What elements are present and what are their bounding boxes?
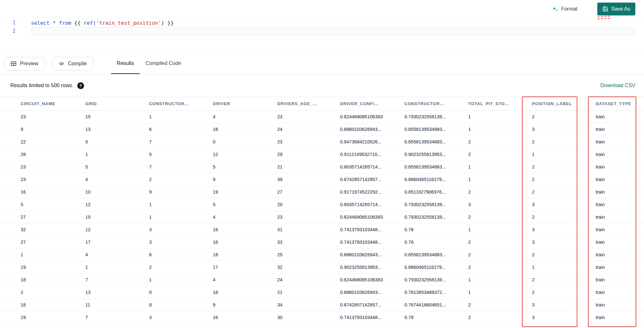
table-cell: 0.9473684210526... xyxy=(337,136,401,148)
table-row: 197316300.7413793103448...0.7823train xyxy=(0,311,644,324)
table-cell: 2 xyxy=(0,286,82,299)
table-cell: 2 xyxy=(529,173,592,186)
table-cell: 11 xyxy=(82,299,146,311)
results-table-body: 231514230.8244680851063830.7930232558139… xyxy=(0,111,644,324)
table-cell: 18 xyxy=(210,249,274,261)
table-cell: 2 xyxy=(529,286,592,299)
table-cell: 1 xyxy=(146,111,210,123)
sparkles-icon xyxy=(552,6,558,12)
column-header: CONSTRUCTOR... xyxy=(401,97,465,111)
table-cell: train xyxy=(592,311,644,324)
table-cell: 16 xyxy=(210,311,274,324)
table-cell: 2 xyxy=(465,148,529,161)
table-cell: 2 xyxy=(146,173,210,186)
code-line-1: 1 select * from {{ ref('train_test_posit… xyxy=(0,19,644,27)
code-token: select xyxy=(31,20,50,26)
table-cell: 1 xyxy=(465,123,529,136)
table-cell: 2 xyxy=(529,136,592,148)
table-cell: 0.8511627906976... xyxy=(401,186,465,198)
table-row: 23429390.8742857142857...0.8860465116279… xyxy=(0,173,644,186)
table-row: 191217320.9023255813953...0.886046511627… xyxy=(0,261,644,274)
table-cell: 2 xyxy=(465,311,529,324)
table-cell: train xyxy=(592,173,644,186)
table-cell: 18 xyxy=(0,299,82,311)
preview-label: Preview xyxy=(20,61,38,67)
table-cell: 0.8860103626943... xyxy=(337,123,401,136)
table-cell: 2 xyxy=(529,249,592,261)
code-token: ) }} xyxy=(161,20,174,26)
table-cell: 23 xyxy=(274,111,337,123)
table-cell: 7 xyxy=(82,311,146,324)
table-cell: 0.7413793103448... xyxy=(337,223,401,236)
table-cell: 0.8035714285714... xyxy=(337,198,401,211)
table-cell: 16 xyxy=(210,223,274,236)
table-cell: 5 xyxy=(210,161,274,173)
table-cell: 0.7813953488372... xyxy=(401,286,465,299)
table-icon xyxy=(10,60,17,67)
editor-empty-line-field[interactable] xyxy=(31,27,635,35)
table-cell: 1 xyxy=(0,249,82,261)
table-cell: 1 xyxy=(146,211,210,223)
app-root: Format Save As 1 select * from {{ ref('t… xyxy=(0,0,644,328)
table-cell: 9 xyxy=(0,123,82,136)
table-cell: 3 xyxy=(146,236,210,249)
table-cell: 2 xyxy=(529,274,592,286)
tab-compiled-code[interactable]: Compiled Code xyxy=(140,53,187,74)
table-cell: train xyxy=(592,148,644,161)
table-cell: train xyxy=(592,236,644,249)
table-row: 51215200.8035714285714...0.7930232558139… xyxy=(0,198,644,211)
table-cell: 0.7930232558139... xyxy=(401,111,465,123)
table-cell: 2 xyxy=(529,186,592,198)
format-label: Format xyxy=(561,6,578,12)
table-cell: 19 xyxy=(210,186,274,198)
table-cell: train xyxy=(592,274,644,286)
table-cell: train xyxy=(592,111,644,123)
table-cell: 12 xyxy=(210,148,274,161)
table-cell: 0.78 xyxy=(401,311,465,324)
table-row: 181189340.8742857142857...0.767441860465… xyxy=(0,299,644,311)
line-number-1: 1 xyxy=(0,20,15,26)
table-cell: 0.8558139534883... xyxy=(401,161,465,173)
table-row: 14618250.8860103626943...0.8558139534883… xyxy=(0,249,644,261)
table-cell: 16 xyxy=(210,236,274,249)
table-cell: 0.8860103626943... xyxy=(337,249,401,261)
format-button[interactable]: Format xyxy=(550,5,580,13)
compile-label: Compile xyxy=(68,61,87,67)
table-cell: 21 xyxy=(274,161,337,173)
table-cell: 2 xyxy=(465,136,529,148)
line-number-2: 2 xyxy=(0,28,15,34)
table-cell: 0.8860465116279... xyxy=(401,173,465,186)
table-row: 3212316310.7413793103448...0.7813train xyxy=(0,223,644,236)
compile-button[interactable]: Compile xyxy=(52,57,93,70)
table-row: 1610919270.9171974522292...0.85116279069… xyxy=(0,186,644,198)
table-cell: 27 xyxy=(0,236,82,249)
table-cell: 4 xyxy=(82,173,146,186)
table-cell: train xyxy=(592,123,644,136)
table-cell: 3 xyxy=(465,198,529,211)
table-cell: 17 xyxy=(210,261,274,274)
table-cell: 27 xyxy=(274,186,337,198)
tab-results[interactable]: Results xyxy=(111,53,140,74)
table-cell: 34 xyxy=(274,299,337,311)
table-cell: 2 xyxy=(529,211,592,223)
table-cell: 2 xyxy=(529,111,592,123)
preview-button[interactable]: Preview xyxy=(4,57,44,70)
table-cell: 1 xyxy=(146,198,210,211)
table-header-row: CIRCUIT_NAMEGRIDCONSTRUCTOR...DRIVERDRIV… xyxy=(0,97,644,111)
sql-editor[interactable]: 1 select * from {{ ref('train_test_posit… xyxy=(0,18,644,53)
table-cell: 15 xyxy=(82,111,146,123)
table-cell: 0.8742857142857... xyxy=(337,299,401,311)
help-icon[interactable]: ? xyxy=(77,82,84,89)
table-cell: 33 xyxy=(274,236,337,249)
table-cell: 17 xyxy=(82,236,146,249)
download-csv-link[interactable]: Download CSV xyxy=(601,83,636,88)
table-cell: 4 xyxy=(210,274,274,286)
column-header: CONSTRUCTOR... xyxy=(146,97,210,111)
code-token xyxy=(56,20,59,26)
table-cell: 2 xyxy=(529,161,592,173)
save-as-button[interactable]: Save As xyxy=(597,3,635,15)
results-table: CIRCUIT_NAMEGRIDCONSTRUCTOR...DRIVERDRIV… xyxy=(0,97,644,324)
table-cell: 3 xyxy=(529,236,592,249)
table-cell: 0.824468085106383 xyxy=(337,274,401,286)
table-cell: 28 xyxy=(0,148,82,161)
